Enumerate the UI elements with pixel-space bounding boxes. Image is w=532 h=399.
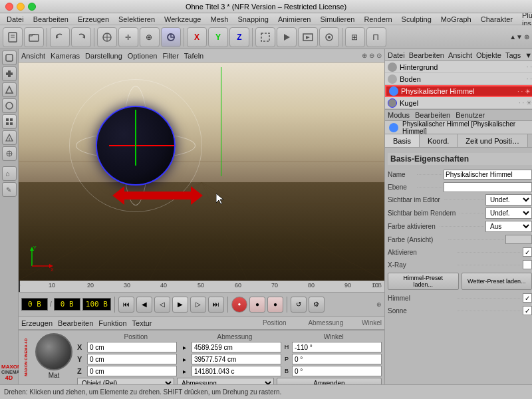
bt-funktion[interactable]: Funktion <box>98 319 126 327</box>
coord-h-angle[interactable] <box>292 342 382 352</box>
left-tool-6[interactable] <box>2 130 17 145</box>
menu-rendern[interactable]: Rendern <box>360 15 396 24</box>
prop-himmel-check[interactable] <box>523 293 532 303</box>
props-modus[interactable]: Modus <box>388 111 410 119</box>
left-tool-2[interactable] <box>2 66 17 81</box>
tool-rotate[interactable] <box>161 27 181 47</box>
menu-erzeugen[interactable]: Erzeugen <box>74 15 113 24</box>
vp-menu-optionen[interactable]: Optionen <box>128 52 158 60</box>
menu-bearbeiten[interactable]: Bearbeiten <box>29 15 72 24</box>
menu-datei[interactable]: Datei <box>3 15 28 24</box>
tool-render-settings[interactable] <box>319 27 339 47</box>
left-tool-1[interactable] <box>2 51 17 65</box>
tool-live-select[interactable] <box>97 27 117 47</box>
tool-new[interactable] <box>3 27 23 47</box>
tab-zeit[interactable]: Zeit und Positi… <box>458 134 528 147</box>
maximize-button[interactable] <box>28 3 36 11</box>
material-thumbnail[interactable] <box>35 333 72 370</box>
transport-record-pos[interactable]: ● <box>267 297 283 313</box>
tool-redo[interactable] <box>71 27 91 47</box>
coord-p-angle[interactable] <box>292 354 382 364</box>
obj-boden[interactable]: Boden · · <box>385 73 532 85</box>
sphere-mesh[interactable] <box>96 106 176 186</box>
wetter-preset-btn[interactable]: Wetter-Preset laden... <box>462 273 532 290</box>
transport-current-frame[interactable]: 0 B <box>21 298 48 311</box>
prop-name-input[interactable] <box>444 170 532 180</box>
bt-erzeugen[interactable]: Erzeugen <box>21 319 53 327</box>
minimize-button[interactable] <box>17 3 25 11</box>
prop-sonne-check[interactable] <box>523 306 532 315</box>
prop-sicht-editor-select[interactable]: Undef.AnAus <box>485 194 532 205</box>
tab-koord[interactable]: Koord. <box>420 134 458 147</box>
vp-menu-darstellung[interactable]: Darstellung <box>85 52 122 60</box>
tool-x[interactable]: X <box>187 27 207 47</box>
left-tool-7[interactable] <box>2 146 17 161</box>
coord-y-size[interactable] <box>192 354 281 364</box>
sphere-object[interactable] <box>96 106 176 186</box>
coord-mode-select[interactable]: Objekt (Rel) Welt <box>77 378 174 384</box>
obj-menu-ansicht[interactable]: Ansicht <box>448 51 472 59</box>
obj-physhimmel[interactable]: Physikalischer Himmel · · ☀ <box>385 85 532 97</box>
prop-sicht-render-select[interactable]: Undef.AnAus <box>485 207 532 219</box>
left-tool-9[interactable]: ✎ <box>2 182 17 197</box>
transport-settings[interactable]: ⚙ <box>309 297 325 313</box>
tab-basis[interactable]: Basis <box>385 134 420 147</box>
menu-charakter[interactable]: Charakter <box>477 15 517 24</box>
menu-selektieren[interactable]: Selektieren <box>114 15 159 24</box>
vp-menu-ansicht[interactable]: Ansicht <box>21 52 45 60</box>
transport-first-frame[interactable]: ⏮ <box>118 297 134 313</box>
transport-loop[interactable]: ↺ <box>291 297 307 313</box>
apply-button[interactable]: Anwenden <box>277 378 382 384</box>
obj-hintergrund[interactable]: Hintergrund · · <box>385 61 532 73</box>
vp-menu-filter[interactable]: Filter <box>162 52 178 60</box>
menu-werkzeuge[interactable]: Werkzeuge <box>160 15 205 24</box>
transport-play-back[interactable]: ◁ <box>154 297 170 313</box>
props-benutzer[interactable]: Benutzer <box>456 111 485 119</box>
left-tool-8[interactable]: ⌂ <box>2 166 17 181</box>
transport-record-path[interactable]: ● <box>249 297 265 313</box>
obj-menu-objekte[interactable]: Objekte <box>476 51 501 59</box>
prop-ebene-input[interactable] <box>444 182 532 192</box>
coord-z-pos[interactable] <box>87 366 177 376</box>
tool-open[interactable] <box>24 27 44 47</box>
props-bearbeiten[interactable]: Bearbeiten <box>415 111 450 119</box>
tool-magnet[interactable]: ⊓ <box>366 27 386 47</box>
vp-menu-tafeln[interactable]: Tafeln <box>184 52 203 60</box>
coord-x-pos[interactable] <box>87 342 177 352</box>
obj-menu-tags[interactable]: Tags <box>505 51 521 59</box>
coord-z-size[interactable] <box>192 366 281 376</box>
obj-menu-dropdown[interactable]: ▼ <box>525 51 532 59</box>
transport-step-fwd[interactable]: ▷ <box>190 297 206 313</box>
3d-viewport[interactable]: Y X <box>19 63 384 281</box>
menu-simulieren[interactable]: Simulieren <box>316 15 358 24</box>
transport-last-frame[interactable]: ⏭ <box>208 297 224 313</box>
left-tool-3[interactable] <box>2 82 17 97</box>
left-tool-5[interactable] <box>2 114 17 129</box>
coord-b-angle[interactable] <box>292 366 382 376</box>
bt-textur[interactable]: Textur <box>132 319 152 327</box>
bt-bearbeiten[interactable]: Bearbeiten <box>58 319 93 327</box>
menu-snapping[interactable]: Snapping <box>233 15 273 24</box>
menu-mograph[interactable]: MoGraph <box>437 15 475 24</box>
coord-y-pos[interactable] <box>87 354 177 364</box>
transport-start[interactable]: 0 B <box>54 298 80 311</box>
obj-menu-bearbeiten[interactable]: Bearbeiten <box>409 51 444 59</box>
transport-record[interactable]: ● <box>231 297 247 313</box>
tool-move[interactable]: ✛ <box>118 27 138 47</box>
vp-menu-kameras[interactable]: Kameras <box>51 52 80 60</box>
tool-render[interactable] <box>277 27 297 47</box>
obj-kugel[interactable]: Kugel · · ☀ <box>385 97 532 109</box>
transport-step-back[interactable]: ◀ <box>136 297 152 313</box>
menu-animieren[interactable]: Animieren <box>274 15 315 24</box>
close-button[interactable] <box>5 3 13 11</box>
prop-farbe-akt-select[interactable]: AusAn <box>485 221 532 232</box>
tool-render-to[interactable] <box>298 27 318 47</box>
transport-play[interactable]: ▶ <box>172 297 188 313</box>
tool-snap[interactable]: ⊞ <box>345 27 365 47</box>
menu-sculpting[interactable]: Sculpting <box>398 15 436 24</box>
tool-render-region[interactable] <box>255 27 275 47</box>
tool-y[interactable]: Y <box>208 27 228 47</box>
tool-scale[interactable]: ⊕ <box>140 27 160 47</box>
tool-z[interactable]: Z <box>229 27 249 47</box>
himmel-preset-btn[interactable]: Himmel-Preset laden... <box>388 273 459 290</box>
